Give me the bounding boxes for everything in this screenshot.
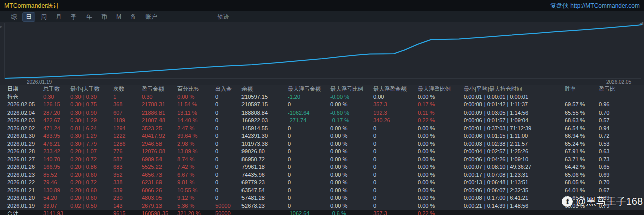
- table-cell: 2026.01.26: [0, 163, 43, 171]
- tab-1[interactable]: 综: [8, 13, 20, 21]
- table-cell: 1189: [113, 117, 142, 125]
- table-row[interactable]: 2026.02.04287.200.30 | 0.9060721886.8113…: [0, 109, 644, 117]
- table-cell: 39.64 %: [177, 132, 215, 140]
- table-cell: 0.69: [599, 171, 644, 179]
- table-row[interactable]: 2026.01.26166.950.20 | 0.866835525.227.4…: [0, 163, 644, 171]
- table-cell: 587: [113, 156, 142, 164]
- table-cell: 143: [113, 202, 142, 210]
- table-row[interactable]: 2026.01.29476.210.30 | 7.7912862946.582.…: [0, 140, 644, 148]
- table-row[interactable]: 2026.01.2054.200.20 | 0.602304803.059.12…: [0, 194, 644, 202]
- table-row[interactable]: 2026.01.2385.520.20 | 0.603524656.736.67…: [0, 171, 644, 179]
- table-cell: 368: [113, 101, 142, 109]
- tab-4[interactable]: 月: [53, 13, 65, 21]
- table-cell: 69.57 %: [565, 101, 599, 109]
- table-cell: 607: [113, 109, 142, 117]
- x-axis-end-label: 2026.02.05: [606, 79, 631, 85]
- table-cell: -0.00 %: [330, 93, 373, 101]
- total-row[interactable]: 合计3141.939615160598.35321.20 %50000-1062…: [0, 210, 644, 215]
- table-cell: 0.00 %: [177, 93, 215, 101]
- table-cell: 0.94: [599, 125, 644, 133]
- table-row[interactable]: 持仓0.300.30 | 0.3010.300.00 %0210597.15-1…: [0, 93, 644, 101]
- period-tabs: 综日周月季年币M备账户: [6, 13, 162, 21]
- table-cell: 68.63 %: [565, 117, 599, 125]
- tab-6[interactable]: 年: [83, 13, 95, 21]
- table-cell: 65.03 %: [565, 202, 599, 210]
- table-cell: 0: [215, 171, 242, 179]
- tab-trajectory[interactable]: 轨迹: [214, 13, 232, 21]
- table-cell: 66.54 %: [565, 125, 599, 133]
- table-row[interactable]: 2026.01.1933.070.02 | 0.501432679.135.36…: [0, 202, 644, 210]
- table-cell: 65.65 %: [565, 194, 599, 202]
- table-cell: 357.3: [373, 210, 418, 215]
- column-header: 最小|大手数: [70, 85, 113, 93]
- table-cell: 0: [215, 187, 242, 195]
- table-cell: 69779.23: [242, 179, 288, 187]
- table-cell: 0:00:01 | 0:37:03 | 71:12:39: [464, 125, 565, 133]
- table-row[interactable]: 2026.01.28233.420.20 | 1.0777612076.0813…: [0, 148, 644, 156]
- table-row[interactable]: 2026.02.03422.670.30 | 1.29118921007.481…: [0, 117, 644, 125]
- table-cell: 0.30 | 1.29: [70, 132, 113, 140]
- table-cell: 2026.02.03: [0, 117, 43, 125]
- table-cell: 357.3: [373, 101, 418, 109]
- table-cell: 0.72: [599, 132, 644, 140]
- tab-9[interactable]: 备: [127, 13, 139, 21]
- table-row[interactable]: 2026.02.05126.150.30 | 0.7536821788.3111…: [0, 101, 644, 109]
- table-row[interactable]: 2026.02.02471.240.01 | 6.2412943523.252.…: [0, 125, 644, 133]
- tab-5[interactable]: 季: [68, 13, 80, 21]
- table-cell: -1062.64: [288, 109, 330, 117]
- table-row[interactable]: 2026.01.21130.890.20 | 0.605396066.2610.…: [0, 187, 644, 195]
- table-cell: 0:00:06 | 0:01:15 | 1:11:00: [464, 132, 565, 140]
- table-row[interactable]: 2026.01.30433.950.30 | 1.29122240417.923…: [0, 132, 644, 140]
- table-cell: 2026.01.22: [0, 179, 43, 187]
- table-cell: 192.3: [373, 109, 418, 117]
- table-cell: 13.89 %: [177, 148, 215, 156]
- table-cell: 0.00 %: [418, 202, 464, 210]
- column-header: 最大浮亏金额: [288, 85, 330, 93]
- table-cell: 166922.03: [242, 117, 288, 125]
- table-cell: 0:00:06 | 0:01:57 | 1:09:04: [464, 117, 565, 125]
- table-cell: 0.57: [599, 117, 644, 125]
- table-cell: 0:00:13 | 0:06:48 | 1:13:51: [464, 179, 565, 187]
- chart-canvas: [0, 22, 644, 85]
- mtcommander-site-link[interactable]: 复盘侠 http://MTCommander.com: [550, 2, 640, 10]
- table-cell: 66.94 %: [565, 132, 599, 140]
- table-cell: 130.89: [43, 187, 70, 195]
- table-cell: 1286: [113, 140, 142, 148]
- table-cell: 9.81 %: [177, 179, 215, 187]
- table-cell: 79961.18: [242, 163, 288, 171]
- table-cell: [599, 210, 644, 215]
- table-cell: 0: [373, 171, 418, 179]
- table-row[interactable]: 2026.01.27140.700.20 | 0.725876989.548.7…: [0, 156, 644, 164]
- table-cell: 0:00:08 | 0:01:42 | 1:11:37: [464, 101, 565, 109]
- table-cell: 0.00 %: [418, 187, 464, 195]
- table-cell: 0.70: [599, 179, 644, 187]
- table-cell: 0: [215, 117, 242, 125]
- table-row[interactable]: 2026.01.2279.460.20 | 0.723386231.699.81…: [0, 179, 644, 187]
- column-header: 余额: [242, 85, 288, 93]
- table-cell: -0.60 %: [330, 109, 373, 117]
- table-cell: 0.00 %: [418, 125, 464, 133]
- table-cell: 142391.30: [242, 132, 288, 140]
- table-cell: 0: [288, 132, 330, 140]
- tab-8[interactable]: M: [113, 13, 124, 21]
- tab-10[interactable]: 账户: [142, 13, 160, 21]
- table-cell: 8.74 %: [177, 156, 215, 164]
- table-cell: 2026.02.05: [0, 101, 43, 109]
- table-cell: 160598.35: [142, 210, 177, 215]
- table-cell: 65.06 %: [565, 171, 599, 179]
- table-cell: 210597.15: [242, 93, 288, 101]
- title-bar: MTCommander统计 复盘侠 http://MTCommander.com: [0, 0, 644, 11]
- tab-3[interactable]: 周: [38, 13, 50, 21]
- table-cell: 0: [373, 148, 418, 156]
- table-cell: 0.00 %: [330, 179, 373, 187]
- tab-2[interactable]: 日: [23, 13, 35, 21]
- table-cell: 0: [288, 140, 330, 148]
- table-cell: 0.65: [599, 163, 644, 171]
- tab-7[interactable]: 币: [98, 13, 110, 21]
- table-cell: 0: [215, 140, 242, 148]
- table-cell: 0.02 | 0.50: [70, 202, 113, 210]
- column-header: 最小|平均|最大持仓时间: [464, 85, 565, 93]
- table-cell: 0.00 %: [418, 171, 464, 179]
- table-cell: 0: [373, 132, 418, 140]
- column-header: 总手数: [43, 85, 70, 93]
